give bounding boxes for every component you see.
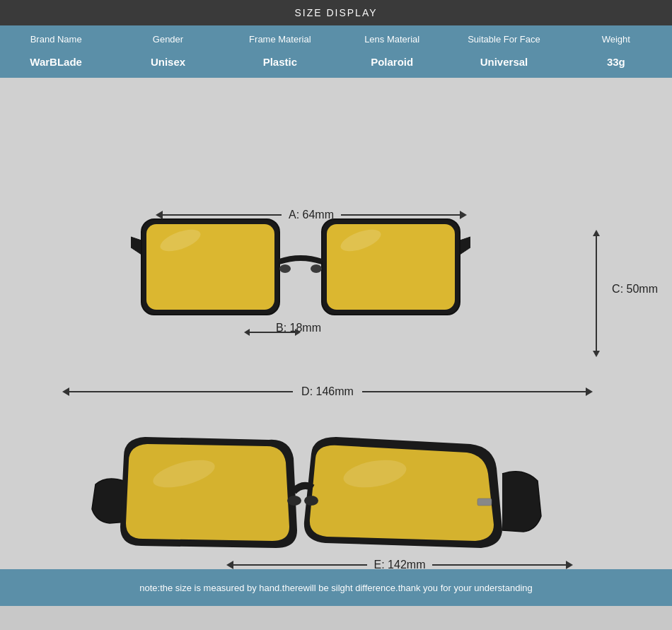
spec-values-row: WarBLade Unisex Plastic Polaroid Univers… [0, 50, 672, 78]
svg-point-11 [287, 496, 301, 506]
svg-point-12 [304, 496, 318, 506]
header-gender: Gender [112, 25, 224, 50]
svg-point-6 [279, 264, 291, 273]
value-weight: 33g [560, 50, 672, 78]
svg-rect-2 [146, 224, 274, 310]
spec-table: Brand Name Gender Frame Material Lens Ma… [0, 25, 672, 78]
dimension-c-label: C: 50mm [612, 283, 658, 296]
svg-rect-10 [477, 498, 492, 506]
header-weight: Weight [560, 25, 672, 50]
page-title: SIZE DISPLAY [294, 7, 377, 18]
value-brand: WarBLade [0, 50, 112, 78]
dimension-e-label: E: 142mm [374, 559, 426, 571]
glasses-perspective-view [85, 417, 545, 622]
svg-point-7 [311, 264, 322, 273]
dimension-d-container: D: 146mm [62, 385, 593, 398]
dimension-b-arrow [244, 329, 301, 336]
dimension-c-arrow [593, 230, 600, 357]
value-lens: Polaroid [336, 50, 448, 78]
dimension-d-label: D: 146mm [301, 385, 354, 398]
dimension-e-container: E: 142mm [226, 559, 573, 571]
header-face: Suitable For Face [448, 25, 560, 50]
header-lens: Lens Material [336, 25, 448, 50]
svg-rect-3 [327, 224, 455, 310]
title-bar: SIZE DISPLAY [0, 0, 672, 25]
header-brand: Brand Name [0, 25, 112, 50]
value-gender: Unisex [112, 50, 224, 78]
header-frame: Frame Material [224, 25, 336, 50]
spec-header-row: Brand Name Gender Frame Material Lens Ma… [0, 25, 672, 50]
value-frame: Plastic [224, 50, 336, 78]
dimension-a-label: A: 64mm [289, 209, 334, 221]
value-face: Universal [448, 50, 560, 78]
dimension-a-container: A: 64mm [156, 209, 467, 221]
diagram-area: A: 64mm B: 18mm C: 50mm D: 146mm [0, 78, 672, 569]
